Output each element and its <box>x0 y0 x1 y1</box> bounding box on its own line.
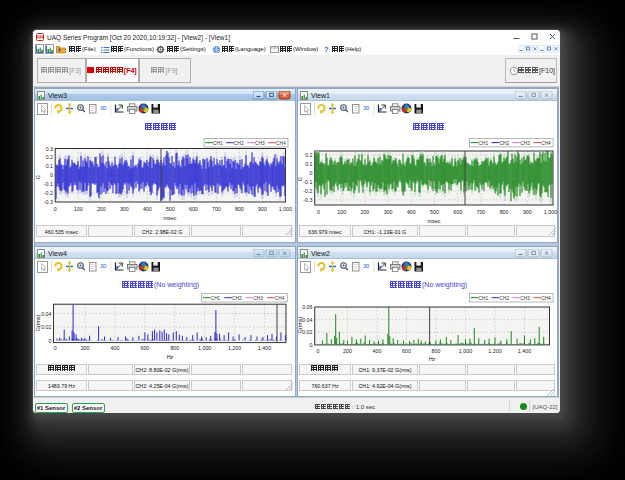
svg-text:700: 700 <box>476 209 485 215</box>
svg-text:G(rms): G(rms) <box>298 317 303 334</box>
svg-text:CH4: CH4 <box>541 141 551 146</box>
svg-text:msec: msec <box>427 218 440 224</box>
svg-text:300: 300 <box>384 209 393 215</box>
svg-text:1,000: 1,000 <box>198 345 211 351</box>
svg-text:0.02: 0.02 <box>302 329 312 335</box>
svg-text:600: 600 <box>140 345 149 351</box>
svg-text:CH2: CH2 <box>234 141 244 146</box>
svg-text:1,400: 1,400 <box>518 348 531 354</box>
svg-text:1,000: 1,000 <box>544 209 557 215</box>
svg-text:800: 800 <box>170 345 179 351</box>
svg-text:CH3: CH3 <box>520 296 530 301</box>
svg-text:G: G <box>35 175 41 179</box>
svg-text:700: 700 <box>212 206 221 212</box>
svg-text:3D: 3D <box>363 105 370 111</box>
svg-text:400: 400 <box>143 206 152 212</box>
svg-text:600: 600 <box>189 206 198 212</box>
svg-text:0: 0 <box>310 342 313 348</box>
svg-text:msec: msec <box>163 215 176 221</box>
svg-text:900: 900 <box>523 209 532 215</box>
svg-text:G: G <box>298 177 303 181</box>
svg-text:600: 600 <box>453 209 462 215</box>
svg-text:CH1: CH1 <box>479 141 489 146</box>
svg-text:CH4: CH4 <box>275 296 285 301</box>
svg-text:500: 500 <box>430 209 439 215</box>
svg-text:-0.3: -0.3 <box>44 199 53 205</box>
svg-text:CH4: CH4 <box>541 296 551 301</box>
svg-text:CH1: CH1 <box>211 296 221 301</box>
svg-text:1,400: 1,400 <box>258 345 271 351</box>
svg-text:G(rms): G(rms) <box>35 315 41 332</box>
svg-text:0: 0 <box>317 209 320 215</box>
svg-text:400: 400 <box>407 209 416 215</box>
svg-text:CH3: CH3 <box>253 296 263 301</box>
svg-text:400: 400 <box>111 345 120 351</box>
svg-text:0: 0 <box>310 170 313 176</box>
svg-text:1,200: 1,200 <box>488 348 501 354</box>
svg-text:800: 800 <box>235 206 244 212</box>
svg-text:CH1: CH1 <box>479 296 489 301</box>
svg-text:0.2: 0.2 <box>46 154 53 160</box>
svg-text:0: 0 <box>49 338 52 344</box>
svg-text:CH4: CH4 <box>276 141 286 146</box>
svg-text:400: 400 <box>373 348 382 354</box>
svg-text:200: 200 <box>97 206 106 212</box>
svg-text:0: 0 <box>317 348 320 354</box>
svg-text:0.04: 0.04 <box>302 317 312 323</box>
svg-text:CH1: CH1 <box>213 141 223 146</box>
svg-text:300: 300 <box>120 206 129 212</box>
svg-text:CH3: CH3 <box>255 141 265 146</box>
svg-text:0: 0 <box>50 172 53 178</box>
svg-text:200: 200 <box>343 348 352 354</box>
svg-text:100: 100 <box>74 206 83 212</box>
svg-text:CH3: CH3 <box>520 141 530 146</box>
svg-text:800: 800 <box>500 209 509 215</box>
svg-text:Hz: Hz <box>167 354 174 360</box>
svg-text:0.3: 0.3 <box>46 146 53 152</box>
svg-text:600: 600 <box>402 348 411 354</box>
svg-text:800: 800 <box>432 348 441 354</box>
svg-text:Hz: Hz <box>429 356 436 362</box>
svg-text:3D: 3D <box>100 105 107 111</box>
svg-text:900: 900 <box>258 206 267 212</box>
svg-text:-0.2: -0.2 <box>303 188 312 194</box>
svg-text:200: 200 <box>360 209 369 215</box>
svg-text:3D: 3D <box>363 263 370 269</box>
svg-text:0.04: 0.04 <box>41 311 51 317</box>
svg-text:-0.1: -0.1 <box>44 181 53 187</box>
svg-text:0: 0 <box>54 206 57 212</box>
svg-text:0.06: 0.06 <box>302 304 312 310</box>
svg-text:500: 500 <box>166 206 175 212</box>
svg-text:CH2: CH2 <box>500 141 510 146</box>
svg-text:0.1: 0.1 <box>46 163 53 169</box>
svg-text:-0.3: -0.3 <box>303 197 312 203</box>
svg-text:1,000: 1,000 <box>459 348 472 354</box>
svg-text:3D: 3D <box>100 263 107 269</box>
svg-text:200: 200 <box>81 345 90 351</box>
svg-text:1,200: 1,200 <box>228 345 241 351</box>
svg-text:CH2: CH2 <box>232 296 242 301</box>
svg-text:100: 100 <box>337 209 346 215</box>
svg-text:0.02: 0.02 <box>41 324 51 330</box>
svg-text:0: 0 <box>54 345 57 351</box>
svg-text:1,000: 1,000 <box>279 206 292 212</box>
svg-text:-0.1: -0.1 <box>303 179 312 185</box>
svg-text:CH2: CH2 <box>500 296 510 301</box>
svg-text:0.2: 0.2 <box>305 152 312 158</box>
svg-text:-0.2: -0.2 <box>44 190 53 196</box>
svg-text:0.1: 0.1 <box>305 161 312 167</box>
